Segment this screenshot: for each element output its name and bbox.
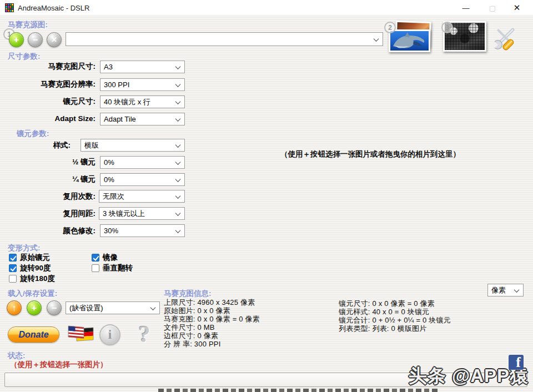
quarter-tile-value: 0% xyxy=(104,175,114,184)
mosaic-resolution-select[interactable]: 300 PPI xyxy=(100,78,185,91)
reuse-count-select[interactable]: 无限次 xyxy=(99,190,185,203)
adapt-size-select[interactable]: Adapt Tile xyxy=(100,113,185,125)
info-button[interactable]: i xyxy=(99,324,120,345)
tile-size-value: 40 块镶元 x 行 xyxy=(104,97,150,107)
half-tile-select[interactable]: 0% xyxy=(100,156,185,169)
reuse-distance-select[interactable]: 3 块镶元以上 xyxy=(99,207,185,220)
info-tile-total: 镶元合计: 0 + 0½ + 0¼ = 0 块镶元 xyxy=(339,316,451,325)
checkbox-mirror[interactable]: 镜像 xyxy=(92,253,118,263)
unit-select[interactable]: 像素 xyxy=(487,284,524,296)
settings-header: 载入/保存设置: xyxy=(8,289,57,299)
facebook-letter: f xyxy=(516,355,521,370)
checkbox-rotate-180[interactable]: 旋转180度 xyxy=(9,274,55,284)
info-tile-pattern: 镶元样式: 40 x 0 = 0 块镶元 xyxy=(339,308,429,316)
save-settings-button[interactable]: + xyxy=(27,300,42,315)
chevron-down-icon xyxy=(175,210,181,216)
chevron-down-icon xyxy=(150,305,156,310)
reuse-distance-label: 复用间距: xyxy=(0,208,95,219)
color-change-value: 30% xyxy=(104,227,118,235)
help-icon[interactable]: ? xyxy=(133,321,155,347)
minimize-button[interactable]: — xyxy=(454,0,477,16)
checkbox-label: 原始镶元 xyxy=(20,253,50,263)
chevron-down-icon xyxy=(374,36,379,42)
info-border-size: 边框尺寸: 0 像素 xyxy=(164,332,218,340)
watermark-text: 头条 @APP猿 xyxy=(278,364,529,389)
checkbox-icon[interactable] xyxy=(9,275,17,283)
mosaic-resolution-value: 300 PPI xyxy=(104,81,129,89)
chevron-down-icon xyxy=(514,287,520,293)
info-file-size: 文件尺寸: 0 MB xyxy=(164,324,215,332)
donate-label: Donate xyxy=(18,330,48,340)
window-title: AndreaMosaic - DSLR xyxy=(18,4,89,12)
checkbox-icon[interactable] xyxy=(9,264,17,272)
checkbox-vertical-flip[interactable]: 垂直翻转 xyxy=(92,263,133,273)
checkbox-label: 垂直翻转 xyxy=(103,263,133,273)
chevron-down-icon xyxy=(175,64,181,69)
step-3-badge: 3 xyxy=(441,22,453,33)
checkbox-label: 旋转180度 xyxy=(20,274,55,284)
load-settings-button[interactable]: ↑ xyxy=(7,300,22,315)
clear-image-button[interactable]: ✕ xyxy=(47,32,62,47)
step-2-badge: 2 xyxy=(384,22,396,33)
info-original-image: 原始图片: 0 x 0 像素 xyxy=(164,307,230,315)
checkbox-icon[interactable] xyxy=(9,254,17,262)
options-tools-icon[interactable] xyxy=(491,24,519,52)
tile-size-select[interactable]: 40 块镶元 x 行 xyxy=(100,96,185,108)
source-section-header: 马赛克源图: xyxy=(8,20,48,30)
chevron-down-icon xyxy=(175,228,181,233)
close-button[interactable]: ✕ xyxy=(505,0,529,16)
settings-preset-select[interactable]: (缺省设置) xyxy=(66,301,160,314)
half-tile-value: 0% xyxy=(104,158,114,167)
mosaic-size-label: 马赛克图尺寸: xyxy=(0,61,95,72)
style-label: 样式: xyxy=(0,140,71,151)
chevron-down-icon xyxy=(175,142,181,148)
mosaic-size-select[interactable]: A3 xyxy=(100,61,185,73)
variations-header: 变形方式: xyxy=(8,243,41,253)
reuse-distance-value: 3 块镶元以上 xyxy=(103,209,145,219)
quarter-tile-label: ¼ 镶元 xyxy=(0,174,95,185)
half-tile-label: ½ 镶元 xyxy=(0,157,95,168)
reuse-count-value: 无限次 xyxy=(103,192,124,202)
app-window: AndreaMosaic - DSLR — ▢ ✕ 马赛克源图: 1 + − ✕… xyxy=(0,0,533,392)
info-max-size: 上限尺寸: 4960 x 3425 像素 xyxy=(164,299,255,307)
checkbox-original-tile[interactable]: 原始镶元 xyxy=(9,253,50,263)
maximize-button: ▢ xyxy=(481,0,504,16)
dolphin-image xyxy=(390,31,429,51)
drop-target-hint: （使用＋按钮选择一张图片或者拖曳你的相片到这里） xyxy=(210,149,531,159)
remove-image-button[interactable]: − xyxy=(28,32,43,47)
mosaic-resolution-label: 马赛克图分辨率: xyxy=(0,79,95,90)
tile-size-label: 镶元尺寸: xyxy=(0,96,95,107)
donate-button[interactable]: Donate xyxy=(8,326,59,343)
style-value: 横版 xyxy=(84,140,99,150)
checkbox-icon[interactable] xyxy=(92,254,99,262)
chevron-down-icon xyxy=(175,193,181,199)
checkbox-icon[interactable] xyxy=(92,264,99,272)
reuse-count-label: 复用次数: xyxy=(0,191,95,202)
chevron-down-icon xyxy=(175,82,181,87)
style-select[interactable]: 横版 xyxy=(81,139,185,152)
facebook-icon[interactable]: f xyxy=(509,355,524,370)
color-change-label: 颜色修改: xyxy=(0,225,95,237)
chevron-down-icon xyxy=(175,177,181,182)
adapt-size-label: Adapt Size: xyxy=(0,113,95,124)
color-change-select[interactable]: 30% xyxy=(100,224,185,237)
app-mosaic-icon xyxy=(5,3,14,12)
tile-params-header: 镶元参数: xyxy=(17,129,49,139)
main-image-thumbnail[interactable] xyxy=(389,29,430,52)
info-tile-size: 镶元尺寸: 0 x 0 像素 = 0 像素 xyxy=(339,300,435,308)
delete-settings-button[interactable]: − xyxy=(47,300,62,315)
checkbox-label: 镜像 xyxy=(103,253,118,263)
language-flags-icon[interactable] xyxy=(68,324,94,345)
titlebar: AndreaMosaic - DSLR — ▢ ✕ xyxy=(0,0,533,16)
mosaic-info-header: 马赛克图信息: xyxy=(164,289,212,299)
size-params-header: 尺寸参数: xyxy=(8,52,41,62)
info-icon: i xyxy=(108,328,112,342)
add-image-button[interactable]: + xyxy=(9,32,24,47)
settings-preset-value: (缺省设置) xyxy=(69,303,103,313)
quarter-tile-select[interactable]: 0% xyxy=(100,173,185,186)
source-image-combobox[interactable] xyxy=(66,32,383,46)
chevron-down-icon xyxy=(175,99,181,104)
mosaic-size-value: A3 xyxy=(104,63,113,71)
checkbox-rotate-90[interactable]: 旋转90度 xyxy=(9,263,51,273)
chevron-down-icon xyxy=(175,159,181,165)
